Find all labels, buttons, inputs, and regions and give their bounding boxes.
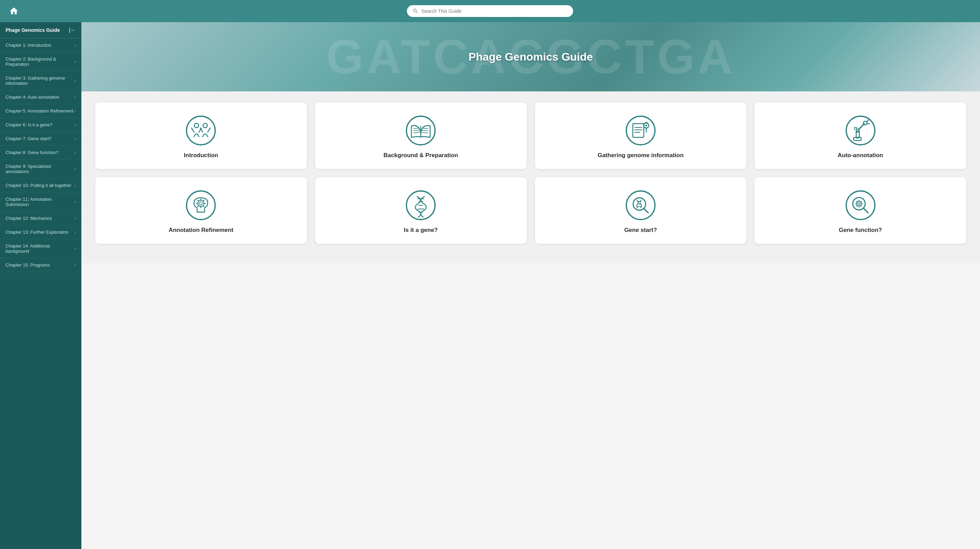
sidebar-item-ch12[interactable]: Chapter 12: Mechanics › xyxy=(0,211,81,225)
people-icon xyxy=(185,115,216,146)
book-icon xyxy=(405,115,436,146)
card-is-gene-label: Is it a gene? xyxy=(404,226,438,234)
svg-rect-28 xyxy=(854,127,857,129)
svg-line-61 xyxy=(856,202,857,202)
chevron-right-icon: › xyxy=(75,122,76,127)
main-content: GATCACGCTGA Phage Genomics Guide xyxy=(81,22,980,549)
svg-line-39 xyxy=(198,206,199,207)
svg-line-54 xyxy=(863,208,868,213)
card-auto-annotation-label: Auto-annotation xyxy=(838,152,883,159)
sidebar-item-ch9[interactable]: Chapter 9: Specialized annotations › xyxy=(0,160,81,179)
svg-point-31 xyxy=(199,202,202,205)
robot-arm-icon xyxy=(845,115,876,146)
card-background-label: Background & Preparation xyxy=(383,152,458,159)
svg-line-6 xyxy=(208,128,210,132)
card-gene-start[interactable]: Gene start? xyxy=(535,177,746,244)
sidebar-header: Phage Genomics Guide |← xyxy=(0,22,81,38)
chevron-right-icon: › xyxy=(75,183,76,188)
card-background[interactable]: Background & Preparation xyxy=(315,102,527,169)
sidebar-item-ch4[interactable]: Chapter 4: Auto-annotation › xyxy=(0,90,81,104)
svg-line-62 xyxy=(861,206,861,206)
chevron-right-icon: › xyxy=(75,263,76,268)
svg-line-36 xyxy=(198,200,199,202)
chevron-right-icon: › xyxy=(75,167,76,171)
sidebar-item-ch1[interactable]: Chapter 1: Introduction › xyxy=(0,38,81,52)
sidebar-item-ch11[interactable]: Chapter 11: Annotation Submission › xyxy=(0,192,81,211)
search-input[interactable] xyxy=(422,8,568,14)
svg-point-15 xyxy=(626,116,655,145)
card-annotation-refinement-label: Annotation Refinement xyxy=(169,226,234,234)
card-gene-start-label: Gene start? xyxy=(624,226,657,234)
svg-line-11 xyxy=(414,132,419,133)
dna-icon xyxy=(405,190,436,221)
svg-line-10 xyxy=(414,130,419,131)
svg-point-1 xyxy=(194,123,199,128)
cards-section: Introduction xyxy=(81,91,980,263)
sidebar-item-ch13[interactable]: Chapter 13: Further Exploration › xyxy=(0,225,81,239)
chevron-right-icon: › xyxy=(75,150,76,155)
cards-row-2: Annotation Refinement xyxy=(95,177,966,244)
sidebar-item-ch3[interactable]: Chapter 3: Gathering genome information … xyxy=(0,71,81,90)
brain-gear-icon xyxy=(185,190,216,221)
card-gene-function[interactable]: Gene function? xyxy=(754,177,966,244)
svg-rect-16 xyxy=(633,124,644,137)
card-gene-function-label: Gene function? xyxy=(839,226,882,234)
card-gathering[interactable]: Gathering genome information xyxy=(535,102,746,169)
card-is-gene[interactable]: Is it a gene? xyxy=(315,177,527,244)
card-annotation-refinement[interactable]: Annotation Refinement xyxy=(95,177,307,244)
svg-point-21 xyxy=(645,125,647,126)
home-icon xyxy=(9,6,19,16)
svg-line-63 xyxy=(861,202,861,202)
card-auto-annotation[interactable]: Auto-annotation xyxy=(754,102,966,169)
sidebar-item-ch8[interactable]: Chapter 8: Gene function? › xyxy=(0,146,81,160)
dna-search-icon xyxy=(625,190,656,221)
card-gathering-label: Gathering genome information xyxy=(598,152,684,159)
svg-line-12 xyxy=(422,128,428,129)
svg-point-0 xyxy=(187,116,215,145)
chevron-right-icon: › xyxy=(75,59,76,64)
svg-line-3 xyxy=(191,128,194,132)
chevron-right-icon: › xyxy=(75,109,76,114)
chevron-right-icon: › xyxy=(75,78,76,83)
sidebar-item-ch15[interactable]: Chapter 15: Programs › xyxy=(0,258,81,272)
sidebar: Phage Genomics Guide |← Chapter 1: Intro… xyxy=(0,22,81,549)
svg-point-56 xyxy=(858,203,860,205)
sidebar-item-ch2[interactable]: Chapter 2: Background & Preparation › xyxy=(0,52,81,71)
chevron-right-icon: › xyxy=(75,216,76,221)
svg-line-13 xyxy=(422,130,428,131)
card-introduction[interactable]: Introduction xyxy=(95,102,307,169)
banner: GATCACGCTGA Phage Genomics Guide xyxy=(81,22,980,91)
chevron-right-icon: › xyxy=(75,95,76,100)
chevron-right-icon: › xyxy=(75,199,76,204)
app-header xyxy=(0,0,980,22)
svg-line-38 xyxy=(203,200,204,202)
sidebar-item-ch7[interactable]: Chapter 7: Gene start? › xyxy=(0,132,81,146)
home-button[interactable] xyxy=(7,4,21,18)
gear-search-icon xyxy=(845,190,876,221)
svg-point-46 xyxy=(626,191,655,220)
sidebar-item-ch6[interactable]: Chapter 6: Is it a gene? › xyxy=(0,118,81,132)
chevron-right-icon: › xyxy=(75,246,76,251)
cards-row-1: Introduction xyxy=(95,102,966,169)
document-pin-icon xyxy=(625,115,656,146)
svg-point-2 xyxy=(203,123,208,128)
svg-line-64 xyxy=(856,206,857,206)
sidebar-item-ch14[interactable]: Chapter 14: Additional background › xyxy=(0,239,81,258)
sidebar-item-ch10[interactable]: Chapter 10: Putting it all together › xyxy=(0,179,81,192)
collapse-sidebar-button[interactable]: |← xyxy=(69,27,76,33)
sidebar-title: Phage Genomics Guide xyxy=(6,27,60,33)
chevron-right-icon: › xyxy=(75,43,76,48)
svg-line-9 xyxy=(414,128,419,129)
card-introduction-label: Introduction xyxy=(184,152,218,159)
banner-title: Phage Genomics Guide xyxy=(469,51,593,63)
svg-line-14 xyxy=(422,132,428,133)
svg-line-48 xyxy=(644,208,648,213)
chevron-right-icon: › xyxy=(75,136,76,141)
chevron-right-icon: › xyxy=(75,230,76,235)
sidebar-item-ch5[interactable]: Chapter 5: Annotation Refinement › xyxy=(0,104,81,118)
search-icon xyxy=(412,8,418,14)
svg-line-37 xyxy=(203,206,204,207)
page-body: Phage Genomics Guide |← Chapter 1: Intro… xyxy=(0,22,980,549)
search-bar xyxy=(407,5,573,17)
